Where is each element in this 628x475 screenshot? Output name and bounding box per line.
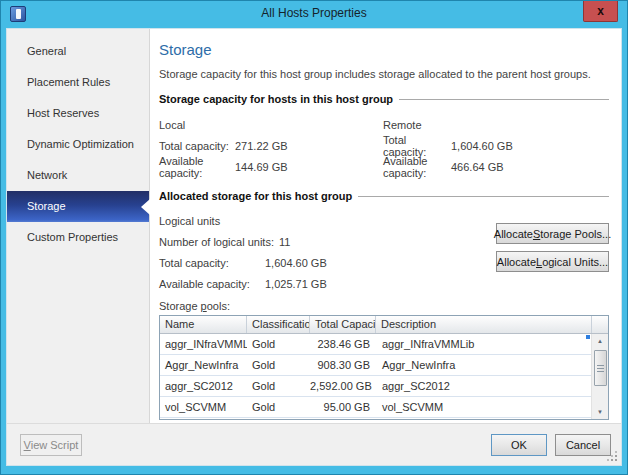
window-title: All Hosts Properties — [1, 6, 627, 20]
column-header-spacer — [592, 316, 608, 333]
local-title-row: Local — [159, 114, 383, 135]
cell-description: Aggr_NewInfra — [376, 355, 591, 375]
storage-pools-label: Storage pools: — [159, 300, 609, 312]
capacity-section-title: Storage capacity for hosts in this host … — [159, 93, 393, 105]
local-available-label: Available capacity: — [159, 155, 235, 179]
dialog-main: General Placement Rules Host Reserves Dy… — [7, 29, 621, 423]
all-hosts-properties-window: All Hosts Properties x General Placement… — [0, 0, 628, 475]
button-mnemonic: V — [24, 439, 31, 451]
remote-available-row: Available capacity: 466.64 GB — [383, 156, 609, 177]
capacity-grid: Local Total capacity: 271.22 GB Availabl… — [159, 114, 609, 177]
cell-total-capacity: 238.46 GB — [310, 334, 376, 354]
allocate-logical-units-button[interactable]: Allocate Logical Units... — [496, 251, 609, 272]
scroll-up-icon[interactable]: ▲ — [592, 334, 608, 348]
cell-name: vol_SCVMM — [160, 397, 247, 417]
allocate-storage-pools-button[interactable]: Allocate Storage Pools... — [496, 223, 609, 244]
logical-units-count-value: 11 — [279, 236, 290, 248]
logical-units-count-label: Number of logical units: — [159, 236, 274, 248]
button-text-post: torage Pools... — [540, 228, 611, 240]
allocated-section-title: Allocated storage for this host group — [159, 190, 352, 202]
logical-units-label: Logical units — [159, 215, 220, 227]
sidebar-item-host-reserves[interactable]: Host Reserves — [7, 98, 149, 129]
allocated-available-label: Available capacity: — [159, 278, 265, 290]
sidebar-item-placement-rules[interactable]: Placement Rules — [7, 67, 149, 98]
cell-total-capacity: 2,592.00 GB — [310, 376, 376, 396]
table-row[interactable]: Aggr_NewInfra Gold 908.30 GB Aggr_NewInf… — [160, 355, 591, 376]
cell-total-capacity: 95.00 GB — [310, 397, 376, 417]
cell-classification: Gold — [247, 397, 310, 417]
table-row[interactable]: aggr_SC2012 Gold 2,592.00 GB aggr_SC2012 — [160, 376, 591, 397]
column-header-description[interactable]: Description — [376, 316, 592, 333]
table-row[interactable]: vol_SCVMM Gold 95.00 GB vol_SCVMM — [160, 397, 591, 418]
allocated-storage-group: Logical units Number of logical units: 1… — [159, 210, 609, 294]
title-bar[interactable]: All Hosts Properties x — [1, 1, 627, 28]
cell-name: Aggr_NewInfra — [160, 355, 247, 375]
resize-grip-icon[interactable] — [607, 451, 617, 461]
column-header-total-capacity[interactable]: Total Capacity — [310, 316, 376, 333]
view-script-button[interactable]: View Script — [20, 434, 82, 456]
sidebar-item-storage[interactable]: Storage — [7, 191, 149, 222]
dialog-body: General Placement Rules Host Reserves Dy… — [6, 28, 622, 466]
footer: View Script OK Cancel — [7, 423, 621, 465]
page-title: Storage — [159, 41, 609, 58]
sidebar-item-general[interactable]: General — [7, 36, 149, 67]
cancel-button[interactable]: Cancel — [555, 434, 611, 456]
allocated-available-value: 1,025.71 GB — [265, 278, 327, 290]
ok-button[interactable]: OK — [491, 434, 547, 456]
local-label: Local — [159, 119, 185, 131]
page-description: Storage capacity for this host group inc… — [159, 68, 609, 80]
label-text-pre: Storage — [159, 300, 201, 312]
scroll-down-icon[interactable]: ▼ — [592, 405, 608, 419]
capacity-section-header: Storage capacity for hosts in this host … — [159, 93, 609, 105]
cell-classification: Gold — [247, 334, 310, 354]
table-body: aggr_INfraVMMLib Gold 238.46 GB aggr_INf… — [160, 334, 608, 419]
cell-name: aggr_INfraVMMLib — [160, 334, 247, 354]
scrollbar-thumb[interactable] — [594, 350, 607, 386]
cell-classification: Gold — [247, 376, 310, 396]
table-row[interactable]: aggr_INfraVMMLib Gold 238.46 GB aggr_INf… — [160, 334, 591, 355]
local-total-value: 271.22 GB — [235, 140, 288, 152]
cell-total-capacity: 908.30 GB — [310, 355, 376, 375]
local-capacity-group: Local Total capacity: 271.22 GB Availabl… — [159, 114, 383, 177]
allocated-total-value: 1,604.60 GB — [265, 257, 327, 269]
section-divider — [399, 99, 609, 100]
sidebar: General Placement Rules Host Reserves Dy… — [7, 29, 150, 423]
table-corner-marker — [586, 335, 590, 339]
remote-available-label: Available capacity: — [383, 155, 451, 179]
sidebar-item-dynamic-optimization[interactable]: Dynamic Optimization — [7, 129, 149, 160]
local-available-row: Available capacity: 144.69 GB — [159, 156, 383, 177]
cell-name: aggr_SC2012 — [160, 376, 247, 396]
remote-capacity-group: Remote Total capacity: 1,604.60 GB Avail… — [383, 114, 609, 177]
button-text-post: iew Script — [31, 439, 79, 451]
cell-description: vol_SCVMM — [376, 397, 591, 417]
local-total-row: Total capacity: 271.22 GB — [159, 135, 383, 156]
allocate-buttons: Allocate Storage Pools... Allocate Logic… — [496, 223, 609, 279]
allocated-total-label: Total capacity: — [159, 257, 265, 269]
column-header-classification[interactable]: Classification — [247, 316, 310, 333]
cell-description: aggr_INfraVMMLib — [376, 334, 591, 354]
sidebar-item-network[interactable]: Network — [7, 160, 149, 191]
storage-page: Storage Storage capacity for this host g… — [150, 29, 621, 423]
cell-description: aggr_SC2012 — [376, 376, 591, 396]
close-button[interactable]: x — [583, 1, 618, 22]
cell-classification: Gold — [247, 355, 310, 375]
label-text-post: ools: — [207, 300, 230, 312]
column-header-name[interactable]: Name — [160, 316, 247, 333]
local-total-label: Total capacity: — [159, 140, 235, 152]
remote-total-row: Total capacity: 1,604.60 GB — [383, 135, 609, 156]
button-text-pre: Allocate — [494, 228, 533, 240]
button-text-post: ogical Units... — [542, 256, 608, 268]
table-scrollbar[interactable]: ▲ ▼ — [591, 334, 608, 419]
table-header: Name Classification Total Capacity Descr… — [160, 316, 608, 334]
local-available-value: 144.69 GB — [235, 161, 288, 173]
section-divider — [358, 196, 609, 197]
remote-label: Remote — [383, 119, 422, 131]
sidebar-item-custom-properties[interactable]: Custom Properties — [7, 222, 149, 253]
allocated-section-header: Allocated storage for this host group — [159, 190, 609, 202]
button-mnemonic: S — [533, 228, 540, 240]
storage-pools-table: Name Classification Total Capacity Descr… — [159, 315, 609, 420]
remote-total-value: 1,604.60 GB — [451, 140, 513, 152]
close-icon: x — [597, 5, 604, 17]
remote-available-value: 466.64 GB — [451, 161, 504, 173]
remote-title-row: Remote — [383, 114, 609, 135]
